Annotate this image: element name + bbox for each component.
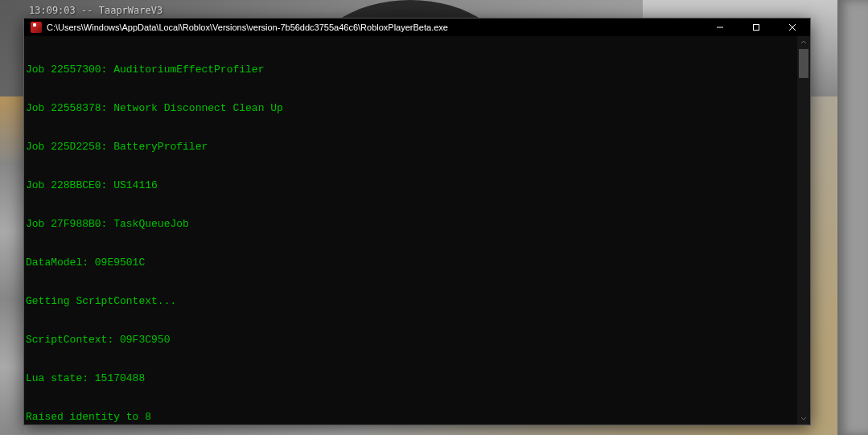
overlay-time: 13:09:03 [29,5,76,16]
console-output[interactable]: Job 22557300: AuditoriumEffectProfiler J… [24,36,797,425]
scroll-track[interactable] [797,49,810,412]
console-line: Raised identity to 8 [26,411,796,424]
svg-rect-1 [753,25,759,31]
game-overlay-text: 13:09:03 -- TaaprWareV3 [29,5,162,16]
console-line: Job 228BBCE0: US14116 [26,179,796,192]
console-line: DataModel: 09E9501C [26,256,796,269]
console-body: Job 22557300: AuditoriumEffectProfiler J… [24,36,810,425]
chevron-up-icon [800,39,807,46]
scroll-down-button[interactable] [797,412,810,425]
minimize-button[interactable] [701,18,738,36]
close-icon [788,23,796,31]
scroll-up-button[interactable] [797,36,810,49]
minimize-icon [716,23,724,31]
console-line: Job 22557300: AuditoriumEffectProfiler [26,64,796,76]
overlay-sep: -- [76,5,99,16]
window-title: C:\Users\Windows\AppData\Local\Roblox\Ve… [47,23,701,32]
titlebar[interactable]: C:\Users\Windows\AppData\Local\Roblox\Ve… [24,18,810,36]
close-button[interactable] [774,18,810,36]
titlebar-buttons [701,18,810,36]
console-line: Getting ScriptContext... [26,295,796,308]
app-icon [31,22,42,33]
console-line: Job 22558378: Network Disconnect Clean U… [26,102,796,115]
overlay-label: TaaprWareV3 [99,5,162,16]
backdrop-right [837,0,868,435]
console-line: Job 27F988B0: TaskQueueJob [26,218,796,231]
maximize-icon [752,23,760,31]
backdrop-left [0,96,24,434]
console-line: ScriptContext: 09F3C950 [26,334,796,347]
console-window: C:\Users\Windows\AppData\Local\Roblox\Ve… [23,18,811,425]
console-line: Job 225D2258: BatteryProfiler [26,141,796,154]
scroll-thumb[interactable] [799,49,808,78]
chevron-down-icon [800,415,807,421]
console-line: Lua state: 15170488 [26,372,796,385]
maximize-button[interactable] [738,18,774,36]
scrollbar[interactable] [797,36,810,425]
